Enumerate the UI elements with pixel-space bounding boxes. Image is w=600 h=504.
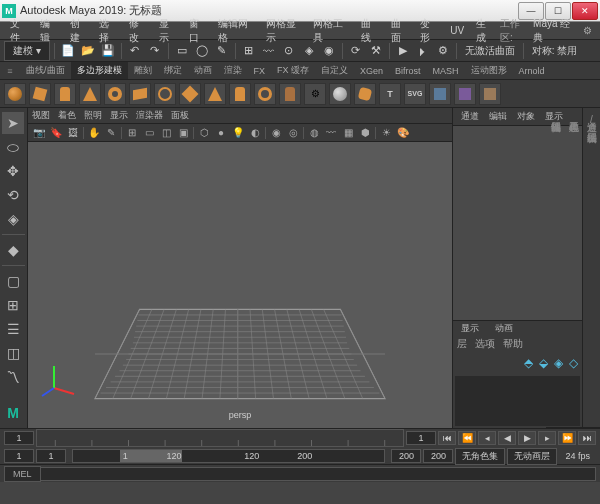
- viewport[interactable]: persp: [28, 142, 452, 428]
- side-tab-modeling[interactable]: 建模工具包: [564, 108, 582, 428]
- poly-sphere-icon[interactable]: [4, 83, 26, 105]
- range-playstart-field[interactable]: [36, 449, 66, 463]
- play-end-icon[interactable]: ⏭: [578, 431, 596, 445]
- poly-pyramid-icon[interactable]: [204, 83, 226, 105]
- vp-2d-pan-icon[interactable]: ✋: [87, 126, 101, 140]
- vp-ao-icon[interactable]: ◍: [307, 126, 321, 140]
- shelf-tab-xgen[interactable]: XGen: [354, 64, 389, 78]
- layout-outliner-icon[interactable]: ☰: [2, 318, 24, 340]
- vp-image-plane-icon[interactable]: 🖼: [66, 126, 80, 140]
- vp-smooth-icon[interactable]: ●: [214, 126, 228, 140]
- paint-select-icon[interactable]: ✎: [213, 42, 231, 60]
- play-fwd-icon[interactable]: ▶: [518, 431, 536, 445]
- rp-tab-edit[interactable]: 编辑: [485, 108, 511, 125]
- vp-color-mgmt-icon[interactable]: 🎨: [396, 126, 410, 140]
- shelf-tab-fx[interactable]: FX: [248, 64, 272, 78]
- step-fwd-icon[interactable]: ⏩: [558, 431, 576, 445]
- vp-shadows-icon[interactable]: ◐: [248, 126, 262, 140]
- next-key-icon[interactable]: ▸: [538, 431, 556, 445]
- layer-tab-display[interactable]: 显示: [457, 320, 483, 337]
- vp-menu-view[interactable]: 视图: [32, 109, 50, 122]
- construction-icon[interactable]: ⚒: [367, 42, 385, 60]
- poly-cube-icon[interactable]: [29, 83, 51, 105]
- lasso-tool-icon[interactable]: ⬭: [2, 136, 24, 158]
- vp-menu-renderer[interactable]: 渲染器: [136, 109, 163, 122]
- mode-selector[interactable]: 建模 ▾: [4, 41, 50, 61]
- workspace-gear-icon[interactable]: ⚙: [579, 25, 596, 36]
- snap-live-icon[interactable]: ◉: [320, 42, 338, 60]
- side-tab-channelbox[interactable]: 通道盒/层编辑器: [582, 108, 600, 428]
- render-icon[interactable]: ▶: [394, 42, 412, 60]
- snap-point-icon[interactable]: ⊙: [280, 42, 298, 60]
- cmd-language-selector[interactable]: MEL: [4, 466, 41, 482]
- shelf-tab-sculpt[interactable]: 雕刻: [128, 62, 158, 79]
- range-end-field[interactable]: [423, 449, 453, 463]
- poly-svg-icon[interactable]: SVG: [404, 83, 426, 105]
- range-slider[interactable]: 1 120 120 200: [72, 449, 385, 463]
- vp-bookmark-icon[interactable]: 🔖: [49, 126, 63, 140]
- cmd-input[interactable]: [41, 467, 596, 481]
- save-scene-icon[interactable]: 💾: [99, 42, 117, 60]
- character-set-selector[interactable]: 无角色集: [455, 448, 505, 465]
- vp-menu-panels[interactable]: 面板: [171, 109, 189, 122]
- snap-plane-icon[interactable]: ◈: [300, 42, 318, 60]
- poly-torus-icon[interactable]: [104, 83, 126, 105]
- last-tool-icon[interactable]: ◆: [2, 239, 24, 261]
- redo-icon[interactable]: ↷: [146, 42, 164, 60]
- vp-menu-show[interactable]: 显示: [110, 109, 128, 122]
- poly-superellipse-icon[interactable]: [354, 83, 376, 105]
- poly-misc2-icon[interactable]: [454, 83, 476, 105]
- vp-isolate-icon[interactable]: ◉: [269, 126, 283, 140]
- ipr-icon[interactable]: ⏵: [414, 42, 432, 60]
- workspace-selector[interactable]: Maya 经典: [529, 17, 579, 45]
- rotate-tool-icon[interactable]: ⟲: [2, 184, 24, 206]
- shelf-tab-anim[interactable]: 动画: [188, 62, 218, 79]
- vp-select-cam-icon[interactable]: 📷: [32, 126, 46, 140]
- vp-aa-icon[interactable]: ⬢: [358, 126, 372, 140]
- shelf-tab-mash[interactable]: MASH: [427, 64, 465, 78]
- vp-grease-icon[interactable]: ✎: [104, 126, 118, 140]
- rp-tab-object[interactable]: 对象: [513, 108, 539, 125]
- undo-icon[interactable]: ↶: [126, 42, 144, 60]
- vp-xray-icon[interactable]: ◎: [286, 126, 300, 140]
- step-back-icon[interactable]: ⏪: [458, 431, 476, 445]
- shelf-menu-icon[interactable]: ≡: [2, 63, 18, 79]
- shelf-tab-rig[interactable]: 绑定: [158, 62, 188, 79]
- select-tool-icon[interactable]: ➤: [2, 112, 24, 134]
- shelf-tab-bifrost[interactable]: Bifrost: [389, 64, 427, 78]
- vp-menu-lighting[interactable]: 照明: [84, 109, 102, 122]
- lasso-icon[interactable]: ◯: [193, 42, 211, 60]
- open-scene-icon[interactable]: 📂: [79, 42, 97, 60]
- poly-soccer-icon[interactable]: [329, 83, 351, 105]
- vp-expose-icon[interactable]: ☀: [379, 126, 393, 140]
- vp-menu-shading[interactable]: 着色: [58, 109, 76, 122]
- poly-platonic-icon[interactable]: [179, 83, 201, 105]
- layout-four-icon[interactable]: ⊞: [2, 294, 24, 316]
- poly-cylinder-icon[interactable]: [54, 83, 76, 105]
- new-scene-icon[interactable]: 📄: [59, 42, 77, 60]
- poly-type-icon[interactable]: T: [379, 83, 401, 105]
- history-icon[interactable]: ⟳: [347, 42, 365, 60]
- shelf-tab-curves[interactable]: 曲线/曲面: [20, 62, 71, 79]
- poly-misc1-icon[interactable]: [429, 83, 451, 105]
- layer-tab-anim[interactable]: 动画: [491, 320, 517, 337]
- snap-grid-icon[interactable]: ⊞: [240, 42, 258, 60]
- time-current-field[interactable]: [4, 431, 34, 445]
- menu-uv[interactable]: UV: [444, 23, 470, 38]
- prev-key-icon[interactable]: ◂: [478, 431, 496, 445]
- shelf-tab-poly[interactable]: 多边形建模: [71, 62, 128, 79]
- poly-disc-icon[interactable]: [154, 83, 176, 105]
- render-settings-icon[interactable]: ⚙: [434, 42, 452, 60]
- shelf-tab-render[interactable]: 渲染: [218, 62, 248, 79]
- fps-display[interactable]: 24 fps: [559, 451, 596, 461]
- shelf-tab-custom[interactable]: 自定义: [315, 62, 354, 79]
- anim-layer-selector[interactable]: 无动画层: [507, 448, 557, 465]
- rp-tab-channels[interactable]: 通道: [457, 108, 483, 125]
- layer-menu-options[interactable]: 选项: [475, 337, 495, 351]
- poly-helix-icon[interactable]: [279, 83, 301, 105]
- time-current-field2[interactable]: [406, 431, 436, 445]
- poly-misc3-icon[interactable]: [479, 83, 501, 105]
- shelf-tab-arnold[interactable]: Arnold: [513, 64, 551, 78]
- layer-menu-help[interactable]: 帮助: [503, 337, 523, 351]
- side-tab-attr[interactable]: 属性编辑器: [546, 108, 564, 428]
